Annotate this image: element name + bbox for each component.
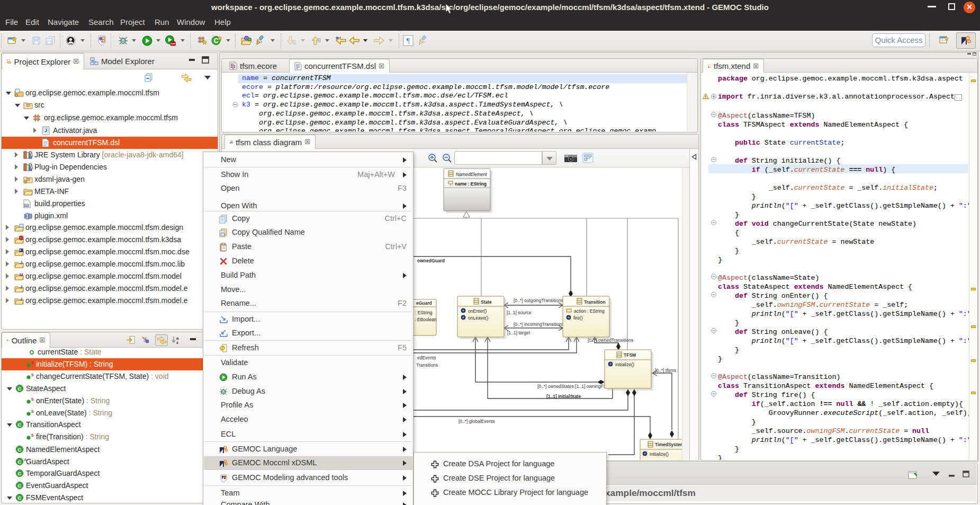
svg-text:C: C	[214, 37, 219, 45]
svg-text:ownedGuard: ownedGuard	[417, 258, 445, 263]
svg-text:C: C	[18, 471, 22, 476]
svg-text:State: State	[481, 299, 492, 305]
svg-text:[1..1] initialState: [1..1] initialState	[546, 394, 581, 399]
svg-text:J: J	[20, 297, 22, 302]
svg-text:[0..*] tfsms: [0..*] tfsms	[655, 368, 676, 373]
svg-text:[0..*] outgoingTransitions: [0..*] outgoingTransitions	[514, 298, 563, 303]
svg-text:NamedElement: NamedElement	[456, 172, 487, 177]
svg-text:TFSM: TFSM	[624, 352, 636, 358]
svg-text:C: C	[18, 459, 22, 465]
svg-text:name : EString: name : EString	[455, 181, 487, 187]
svg-text:J: J	[20, 260, 22, 265]
svg-text:: EBoolean: : EBoolean	[415, 317, 437, 322]
svg-text:C: C	[18, 447, 22, 453]
svg-text:S: S	[31, 397, 34, 401]
svg-text:[1..1] source: [1..1] source	[507, 310, 532, 315]
svg-text:: EString: : EString	[415, 310, 433, 315]
svg-text:C: C	[18, 386, 22, 392]
svg-text:S: S	[31, 373, 34, 377]
svg-text:fire(): fire()	[573, 315, 583, 321]
svg-text:J: J	[20, 285, 22, 289]
svg-text:C: C	[18, 495, 22, 501]
svg-text:Transition: Transition	[584, 299, 606, 305]
svg-text:[0..*] ownedStates [1..1] owni: [0..*] ownedStates [1..1] owningFSM	[537, 384, 610, 389]
svg-text:[0..*] globalEvents: [0..*] globalEvents	[458, 419, 495, 424]
svg-text:TimedSystem: TimedSystem	[655, 442, 685, 447]
svg-text:onEnter(): onEnter()	[468, 308, 487, 314]
svg-text:[0..*] incomingTransitions: [0..*] incomingTransitions	[514, 322, 564, 327]
svg-text:[1..1] target: [1..1] target	[507, 330, 531, 335]
svg-text:S: S	[31, 361, 34, 365]
svg-text:Transitions: Transitions	[416, 362, 438, 368]
svg-text:¶: ¶	[407, 37, 410, 45]
svg-text:initialize(): initialize()	[615, 362, 634, 367]
svg-text:initialize(): initialize()	[650, 451, 669, 457]
svg-text:C: C	[18, 483, 22, 489]
svg-text:edEvents: edEvents	[417, 355, 436, 360]
svg-text:action : EString: action : EString	[574, 308, 605, 314]
svg-text:onLeave(): onLeave()	[468, 315, 488, 321]
svg-text:eGuard: eGuard	[416, 300, 432, 306]
svg-text:S: S	[31, 410, 34, 413]
svg-text:C: C	[18, 422, 22, 428]
svg-text:J: J	[44, 128, 47, 133]
svg-text:S: S	[31, 433, 34, 437]
svg-text:010: 010	[24, 205, 29, 207]
svg-text:M: M	[20, 272, 23, 277]
svg-text:z: z	[176, 340, 178, 344]
